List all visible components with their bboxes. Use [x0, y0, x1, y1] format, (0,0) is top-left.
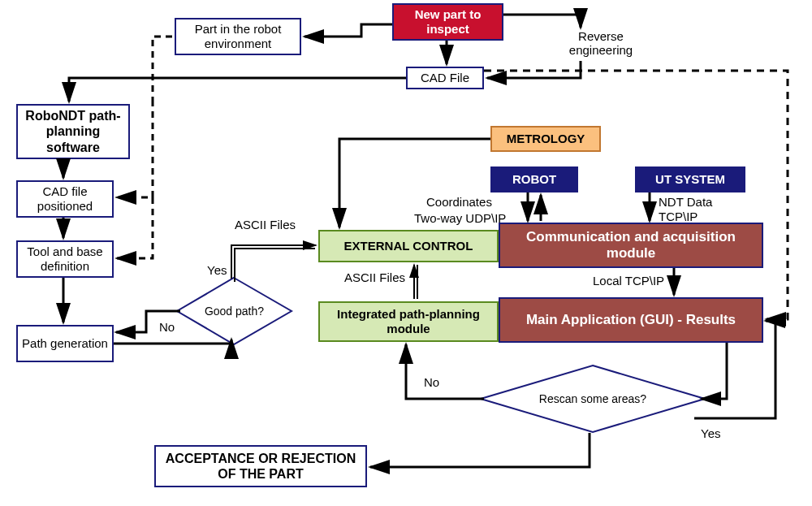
no2-label: No	[424, 375, 439, 389]
comm-module-box: Communication and acquisition module	[499, 223, 763, 268]
good-path-decision: Good path?	[175, 276, 293, 346]
tool-base-box: Tool and base definition	[16, 240, 114, 278]
ndtdata-label: NDT Data	[659, 195, 712, 209]
main-app-box: Main Application (GUI) - Results	[499, 297, 763, 343]
reverse-eng-label: Reverse engineering	[552, 29, 650, 57]
metrology-box: METROLOGY	[490, 126, 601, 152]
path-gen-box: Path generation	[16, 325, 114, 362]
robondt-box: RoboNDT path-planning software	[16, 104, 130, 159]
ascii1-label: ASCII Files	[235, 218, 296, 231]
ascii2-label: ASCII Files	[344, 270, 405, 284]
cad-file-box: CAD File	[406, 67, 484, 89]
good-path-label: Good path?	[205, 305, 264, 318]
rescan-decision: Rescan some areas?	[479, 364, 706, 434]
robot-env-box: Part in the robot environment	[175, 18, 301, 55]
integrated-path-box: Integrated path‑planning module	[318, 301, 499, 342]
yes2-label: Yes	[701, 426, 720, 440]
acceptance-box: ACCEPTANCE OR REJECTION OF THE PART	[154, 445, 367, 487]
external-control-box: EXTERNAL CONTROL	[318, 230, 499, 262]
rescan-label: Rescan some areas?	[539, 392, 646, 405]
twoway-label: Two-way UDP\IP	[414, 211, 506, 225]
robot-box: ROBOT	[490, 167, 578, 192]
tcpip-label: TCP\IP	[659, 210, 698, 223]
localtcp-label: Local TCP\IP	[593, 274, 664, 288]
coords-label: Coordinates	[426, 195, 492, 209]
yes1-label: Yes	[207, 263, 227, 277]
ut-system-box: UT SYSTEM	[635, 167, 745, 192]
no1-label: No	[159, 320, 175, 334]
new-part-box: New part to inspect	[392, 3, 503, 41]
cad-positioned-box: CAD file positioned	[16, 180, 114, 218]
